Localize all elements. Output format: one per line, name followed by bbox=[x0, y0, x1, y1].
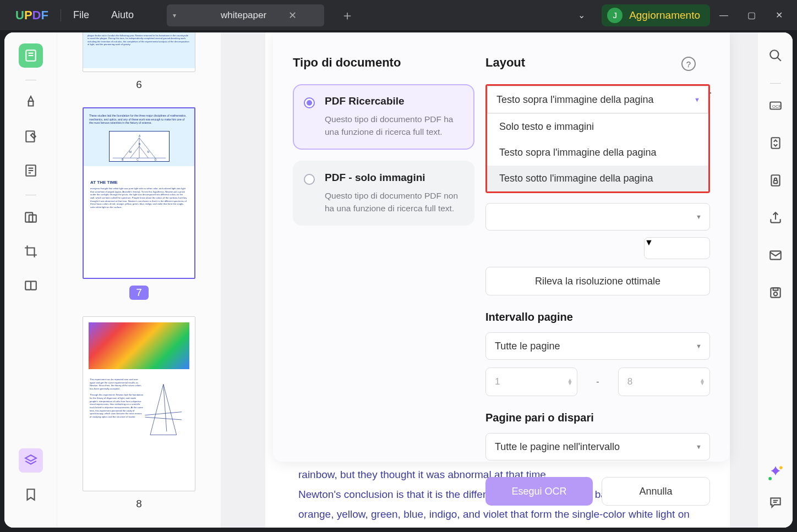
svg-text:OCR: OCR bbox=[772, 104, 782, 109]
layout-dropdown-menu: Solo testo e immagini Testo sopra l'imma… bbox=[487, 113, 708, 191]
dpi-select[interactable]: ▼ bbox=[644, 237, 710, 259]
search-icon[interactable] bbox=[763, 43, 788, 68]
menu-help[interactable]: Aiuto bbox=[111, 9, 134, 21]
doctype-label: PDF - solo immagini bbox=[325, 172, 462, 184]
svg-rect-11 bbox=[31, 281, 36, 289]
divider bbox=[61, 9, 61, 21]
thumbnail-page-6[interactable]: plague broke out in London the following… bbox=[57, 32, 221, 91]
page-range-title: Intervallo pagine bbox=[485, 311, 710, 323]
chevron-down-icon: ▼ bbox=[694, 96, 700, 103]
window-close-icon[interactable]: ✕ bbox=[765, 10, 793, 20]
edit-icon[interactable] bbox=[19, 124, 43, 149]
tab-add-icon[interactable]: ＋ bbox=[341, 7, 354, 24]
share-icon[interactable] bbox=[763, 206, 788, 230]
protect-icon[interactable] bbox=[763, 168, 788, 193]
form-icon[interactable] bbox=[19, 205, 43, 229]
svg-line-37 bbox=[145, 412, 182, 415]
svg-text:B: B bbox=[122, 158, 123, 161]
run-ocr-button[interactable]: Esegui OCR bbox=[485, 477, 593, 506]
svg-line-13 bbox=[777, 57, 781, 61]
pages-icon[interactable] bbox=[19, 158, 43, 183]
thumbnail-number-selected: 7 bbox=[129, 286, 149, 300]
compare-icon[interactable] bbox=[19, 273, 43, 298]
svg-line-38 bbox=[145, 417, 182, 420]
comment-icon[interactable] bbox=[763, 490, 788, 514]
range-dash: - bbox=[596, 377, 599, 387]
tab-bar: ▾ whitepaper ✕ ＋ bbox=[167, 4, 354, 26]
thumbnail-page-7[interactable]: These studies laid the foundation for th… bbox=[57, 107, 221, 300]
radio-icon[interactable] bbox=[304, 174, 315, 185]
convert-icon[interactable] bbox=[763, 131, 788, 155]
help-icon[interactable]: ? bbox=[681, 57, 696, 71]
page-to-input[interactable]: 8 ▲▼ bbox=[618, 368, 710, 396]
odd-even-title: Pagine pari o dispari bbox=[485, 412, 710, 424]
tab-dropdown[interactable]: ▾ bbox=[167, 4, 182, 26]
bookmark-icon[interactable] bbox=[19, 482, 43, 507]
page-from-input[interactable]: 1 ▲▼ bbox=[485, 368, 577, 396]
update-badge[interactable]: J Aggiornamento bbox=[602, 4, 710, 26]
titlebar: UPDF File Aiuto ▾ whitepaper ✕ ＋ ⌄ J Agg… bbox=[0, 0, 797, 30]
svg-rect-3 bbox=[26, 131, 34, 142]
svg-text:B: B bbox=[139, 143, 140, 146]
chevron-down-icon: ▼ bbox=[696, 343, 702, 349]
detect-resolution-button[interactable]: Rileva la risoluzione ottimale bbox=[485, 267, 710, 295]
svg-text:A: A bbox=[139, 135, 141, 138]
thumbnail-number: 6 bbox=[136, 79, 142, 91]
doctype-desc: Questo tipo di documento PDF non ha una … bbox=[325, 189, 462, 215]
layout-option-3[interactable]: Testo sotto l'immagine della pagina bbox=[487, 166, 708, 191]
layout-option-1[interactable]: Solo testo e immagini bbox=[487, 114, 708, 140]
document-viewport[interactable]: the wall, which we later called the spec… bbox=[221, 32, 757, 528]
window-minimize-icon[interactable]: — bbox=[710, 10, 738, 20]
layers-icon[interactable] bbox=[19, 448, 43, 473]
ocr-icon[interactable]: OCR bbox=[763, 94, 788, 118]
doctype-searchable[interactable]: PDF Ricercabile Questo tipo di documento… bbox=[293, 84, 474, 150]
svg-point-23 bbox=[779, 466, 783, 469]
cancel-button[interactable]: Annulla bbox=[602, 477, 710, 506]
email-icon[interactable] bbox=[763, 243, 788, 267]
tab-close-icon[interactable]: ✕ bbox=[288, 9, 297, 21]
tab-active[interactable]: whitepaper ✕ bbox=[182, 4, 324, 26]
page-range-select[interactable]: Tutte le pagine ▼ bbox=[485, 332, 710, 360]
resolution-select[interactable]: ▼ bbox=[485, 203, 710, 231]
save-icon[interactable] bbox=[763, 281, 788, 305]
diagram-thumbnail: ABMNBCD bbox=[109, 131, 170, 162]
highlight-icon[interactable] bbox=[19, 90, 43, 114]
odd-even-value: Tutte le pagine nell'intervallo bbox=[495, 441, 620, 453]
layout-option-2[interactable]: Testo sopra l'immagine della pagina bbox=[487, 140, 708, 166]
update-label: Aggiornamento bbox=[629, 9, 700, 21]
odd-even-select[interactable]: Tutte le pagine nell'intervallo ▼ bbox=[485, 433, 710, 460]
svg-text:D: D bbox=[154, 158, 156, 161]
reader-mode-icon[interactable] bbox=[19, 43, 43, 68]
page-range-value: Tutte le pagine bbox=[495, 341, 560, 352]
doctype-title: Tipo di documento bbox=[293, 56, 474, 70]
ai-icon[interactable] bbox=[766, 464, 785, 482]
window-maximize-icon[interactable]: ▢ bbox=[738, 10, 765, 20]
chevron-down-icon: ▼ bbox=[645, 238, 653, 247]
svg-text:M: M bbox=[129, 151, 131, 153]
layout-title: Layout bbox=[485, 56, 710, 70]
app-logo: UPDF bbox=[15, 8, 48, 23]
svg-point-12 bbox=[770, 50, 778, 58]
doctype-image-only[interactable]: PDF - solo immagini Questo tipo di docum… bbox=[293, 161, 474, 226]
svg-text:N: N bbox=[147, 151, 149, 153]
image-thumbnail bbox=[89, 322, 189, 369]
stepper-icon[interactable]: ▲▼ bbox=[567, 379, 572, 385]
thumbnail-page-8[interactable]: This experiment can be repeated over and… bbox=[57, 316, 221, 510]
svg-rect-18 bbox=[773, 180, 777, 183]
left-toolbar bbox=[4, 32, 57, 528]
crop-icon[interactable] bbox=[19, 239, 43, 264]
doctype-desc: Questo tipo di documento PDF ha una funz… bbox=[325, 113, 462, 139]
thumbnail-panel[interactable]: plague broke out in London the following… bbox=[57, 32, 221, 528]
svg-rect-22 bbox=[773, 288, 778, 290]
avatar: J bbox=[607, 8, 623, 23]
layout-select[interactable]: Testo sopra l'immagine della pagina ▼ bbox=[487, 86, 708, 113]
chevron-down-icon[interactable]: ⌄ bbox=[578, 10, 585, 20]
layout-value: Testo sopra l'immagine della pagina bbox=[496, 94, 654, 106]
svg-rect-10 bbox=[25, 281, 31, 289]
svg-text:C: C bbox=[137, 158, 139, 161]
thumbnail-number: 8 bbox=[136, 498, 142, 510]
svg-point-24 bbox=[768, 477, 772, 480]
stepper-icon[interactable]: ▲▼ bbox=[700, 379, 705, 385]
menu-file[interactable]: File bbox=[73, 9, 89, 21]
radio-checked-icon[interactable] bbox=[304, 97, 315, 108]
